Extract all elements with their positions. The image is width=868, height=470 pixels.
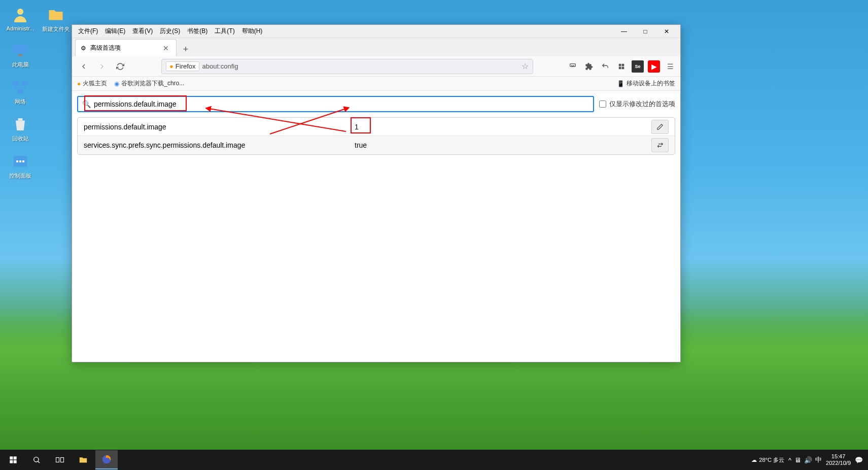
modified-only-checkbox[interactable] [599, 100, 606, 108]
pref-table: permissions.default.image 1 services.syn… [77, 117, 675, 155]
close-button[interactable]: ✕ [656, 25, 677, 38]
start-button[interactable] [2, 450, 24, 469]
tray-volume-icon[interactable]: 🔊 [804, 456, 812, 464]
tray-network-icon[interactable]: 🖥 [794, 456, 801, 464]
pref-edit-button[interactable] [651, 120, 669, 134]
svg-rect-20 [14, 460, 17, 463]
toggle-arrows-icon [656, 142, 664, 149]
svg-point-8 [19, 160, 22, 163]
pc-icon [11, 41, 30, 60]
search-button[interactable] [25, 450, 48, 469]
taskbar-firefox[interactable] [95, 450, 118, 469]
svg-rect-5 [17, 90, 23, 94]
config-search-input[interactable] [94, 100, 589, 108]
reload-button[interactable] [113, 59, 128, 74]
pref-row[interactable]: services.sync.prefs.sync.permissions.def… [78, 136, 675, 154]
taskbar-file-explorer[interactable] [72, 450, 94, 469]
modified-only-checkbox-row[interactable]: 仅显示修改过的首选项 [599, 99, 675, 109]
pref-value: true [348, 141, 651, 149]
task-view-button[interactable] [49, 450, 71, 469]
pref-toggle-button[interactable] [651, 138, 669, 152]
svg-rect-14 [622, 66, 624, 69]
network-icon [11, 78, 30, 97]
desktop-icon-recycle-bin[interactable]: 回收站 [5, 115, 36, 143]
user-icon [11, 5, 30, 24]
taskbar-datetime[interactable]: 15:47 2022/10/9 [826, 453, 851, 466]
menu-tools[interactable]: 工具(T) [212, 26, 237, 37]
system-tray: ^ 🖥 🔊 中 [788, 455, 822, 464]
about-config-content: 🔍 仅显示修改过的首选项 permissions.default.image 1 [72, 91, 680, 362]
svg-point-0 [17, 9, 23, 15]
config-search-box[interactable]: 🔍 [77, 96, 594, 112]
desktop-icon-control-panel[interactable]: 控制面板 [5, 152, 36, 180]
tab-advanced-preferences[interactable]: ⚙ 高级首选项 ✕ [75, 39, 177, 56]
taskbar-left [2, 450, 118, 469]
bookmark-star-icon[interactable]: ☆ [522, 61, 529, 71]
youtube-icon[interactable]: ▶ [648, 60, 660, 73]
grid-icon[interactable] [615, 60, 628, 73]
svg-point-9 [22, 160, 25, 163]
recycle-bin-icon [11, 115, 30, 134]
desktop-icon-label: 网络 [15, 98, 26, 106]
tabbar: ⚙ 高级首选项 ✕ + [72, 38, 680, 56]
tray-notifications-icon[interactable]: 💬 [855, 456, 863, 464]
maximize-button[interactable]: □ [635, 25, 656, 38]
svg-rect-4 [22, 81, 28, 86]
tab-title: 高级首选项 [90, 44, 121, 52]
nav-toolbar: ● Firefox about:config ☆ Se ▶ ☰ [72, 56, 680, 77]
back-button[interactable] [76, 59, 91, 74]
bookmark-chrome-download[interactable]: ◉ 谷歌浏览器下载_chro... [114, 79, 184, 88]
desktop-icon-new-folder[interactable]: 新建文件夹 [41, 5, 71, 33]
menu-edit[interactable]: 编辑(E) [102, 26, 128, 37]
bookmark-firefox-home[interactable]: ● 火狐主页 [77, 79, 107, 88]
firefox-logo-icon: ● [77, 80, 81, 87]
menu-history[interactable]: 历史(S) [157, 26, 183, 37]
svg-rect-22 [56, 458, 59, 462]
minimize-button[interactable]: — [613, 25, 635, 38]
menubar-items: 文件(F) 编辑(E) 查看(V) 历史(S) 书签(B) 工具(T) 帮助(H… [75, 26, 265, 37]
desktop-icon-label: 新建文件夹 [42, 25, 70, 33]
urlbar-identity-box[interactable]: ● Firefox [166, 61, 199, 71]
desktop-icon-network[interactable]: 网络 [5, 78, 36, 106]
chrome-icon: ◉ [114, 80, 119, 87]
pref-row[interactable]: permissions.default.image 1 [78, 118, 675, 136]
bookmarks-toolbar: ● 火狐主页 ◉ 谷歌浏览器下载_chro... 📱 移动设备上的书签 [72, 77, 680, 91]
menu-bookmarks[interactable]: 书签(B) [184, 26, 211, 37]
bookmark-mobile-bookmarks[interactable]: 📱 移动设备上的书签 [617, 79, 675, 88]
selenium-icon[interactable]: Se [632, 60, 644, 73]
control-panel-icon [11, 152, 30, 171]
menu-help[interactable]: 帮助(H) [239, 26, 266, 37]
hamburger-menu-icon[interactable]: ☰ [664, 60, 676, 73]
urlbar-identity: ● Firefox about:config [166, 61, 238, 71]
desktop-icon-administrator[interactable]: Administr... [5, 5, 36, 31]
tray-chevron-up-icon[interactable]: ^ [788, 456, 791, 464]
menu-view[interactable]: 查看(V) [129, 26, 156, 37]
weather-icon: ☁ [751, 457, 757, 463]
tab-close-button[interactable]: ✕ [161, 44, 171, 52]
pref-name: services.sync.prefs.sync.permissions.def… [84, 141, 348, 149]
urlbar[interactable]: ● Firefox about:config ☆ [161, 59, 533, 74]
svg-rect-18 [14, 456, 17, 459]
taskbar-time: 15:47 [831, 453, 846, 460]
modified-only-label: 仅显示修改过的首选项 [609, 99, 675, 109]
menu-file[interactable]: 文件(F) [75, 26, 101, 37]
bookmark-label: 移动设备上的书签 [627, 79, 675, 88]
new-tab-button[interactable]: + [179, 42, 193, 56]
forward-button[interactable] [94, 59, 110, 74]
svg-point-7 [16, 160, 19, 163]
firefox-logo-icon: ● [169, 62, 173, 70]
search-row: 🔍 仅显示修改过的首选项 [77, 96, 675, 112]
undo-icon[interactable] [599, 60, 611, 73]
taskbar-weather[interactable]: ☁ 28°C 多云 [751, 456, 784, 464]
tray-ime-icon[interactable]: 中 [815, 455, 822, 464]
svg-rect-12 [622, 63, 624, 66]
desktop-icons-col2: 新建文件夹 [41, 5, 71, 33]
extension-icon[interactable] [583, 60, 595, 73]
pocket-icon[interactable] [567, 60, 579, 73]
pref-name: permissions.default.image [84, 123, 348, 131]
desktop-icon-label: Administr... [7, 25, 34, 31]
pencil-icon [656, 123, 664, 130]
svg-rect-1 [14, 44, 27, 53]
svg-point-21 [34, 457, 39, 462]
desktop-icon-this-pc[interactable]: 此电脑 [5, 41, 36, 69]
